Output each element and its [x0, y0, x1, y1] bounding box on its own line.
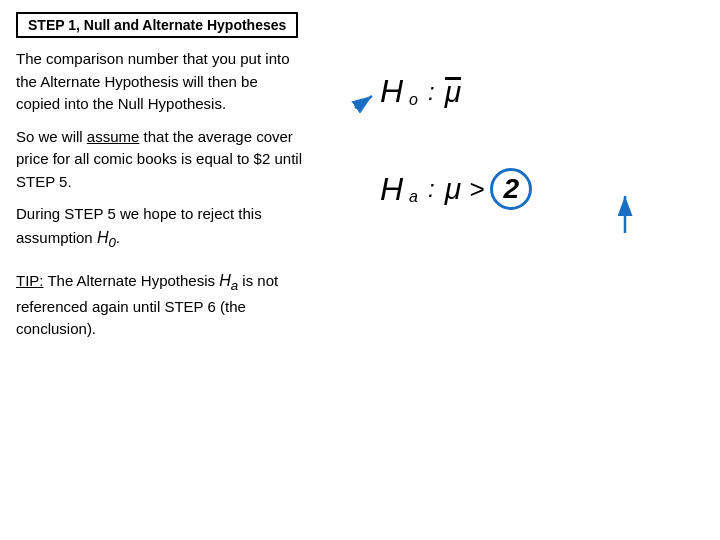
paragraph-1-text: The comparison number that you put into …: [16, 50, 290, 112]
tip-section: TIP: The Alternate Hypothesis Ha is not …: [16, 269, 306, 341]
h-alt-symbol: H: [380, 171, 403, 208]
paragraph-2-before: So we will: [16, 128, 87, 145]
formula-null: Ho : μ: [380, 73, 461, 110]
svg-line-1: [355, 96, 372, 108]
paragraph-1: The comparison number that you put into …: [16, 48, 306, 116]
h-null-subscript: o: [409, 91, 418, 109]
paragraph-2: So we will assume that the average cover…: [16, 126, 306, 194]
content-area: The comparison number that you put into …: [16, 48, 704, 341]
math-area: Ho : μ Ha : μ > 2: [350, 58, 670, 258]
tip-label: TIP:: [16, 272, 44, 289]
h-alt-inline: Ha: [219, 272, 238, 289]
h-alt-subscript: a: [409, 188, 418, 206]
alt-colon: :: [428, 175, 435, 203]
null-colon: :: [428, 78, 435, 106]
alt-gt: >: [469, 174, 484, 205]
circled-value-2: 2: [490, 168, 532, 210]
alt-mu: μ: [445, 172, 461, 206]
left-text-column: The comparison number that you put into …: [16, 48, 316, 341]
h-null-sub: 0: [108, 235, 115, 250]
assume-text: assume: [87, 128, 140, 145]
null-mu: μ: [445, 75, 461, 109]
mu-bar: [445, 77, 461, 80]
paragraph-3: During STEP 5 we hope to reject this ass…: [16, 203, 306, 253]
right-math-column: Ho : μ Ha : μ > 2: [316, 48, 704, 341]
step-title: STEP 1, Null and Alternate Hypotheses: [16, 12, 298, 38]
formula-alt: Ha : μ > 2: [380, 168, 532, 210]
h-null-symbol: H: [380, 73, 403, 110]
paragraph-3-text: During STEP 5 we hope to reject this ass…: [16, 205, 262, 246]
tip-text: The Alternate Hypothesis: [44, 272, 220, 289]
page-container: STEP 1, Null and Alternate Hypotheses Th…: [0, 0, 720, 540]
h-null-inline: H0: [97, 229, 116, 246]
period: .: [116, 229, 120, 246]
